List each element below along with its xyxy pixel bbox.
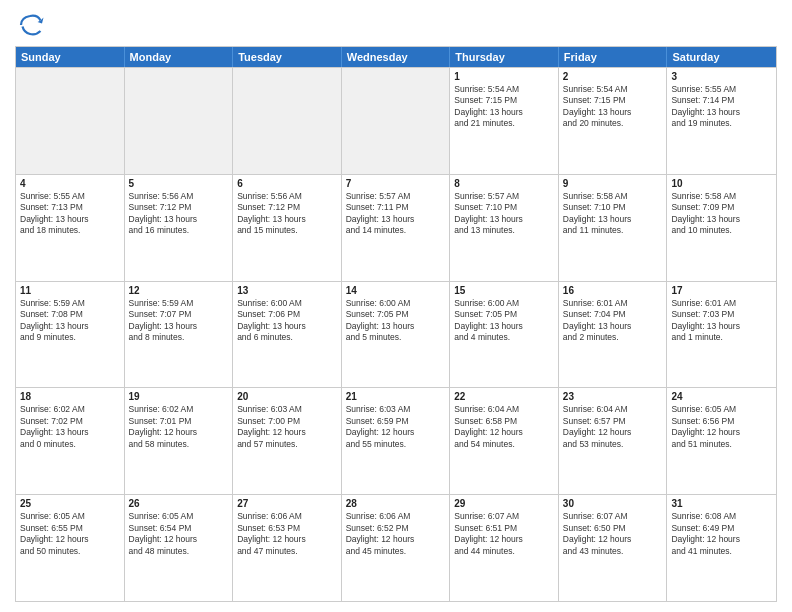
calendar-day-20: 20Sunrise: 6:03 AMSunset: 7:00 PMDayligh… [233, 388, 342, 494]
weekday-header-saturday: Saturday [667, 47, 776, 67]
calendar-day-25: 25Sunrise: 6:05 AMSunset: 6:55 PMDayligh… [16, 495, 125, 601]
calendar-day-empty [125, 68, 234, 174]
day-number: 29 [454, 498, 554, 509]
calendar-day-3: 3Sunrise: 5:55 AMSunset: 7:14 PMDaylight… [667, 68, 776, 174]
day-info: Sunrise: 5:54 AMSunset: 7:15 PMDaylight:… [563, 84, 663, 130]
calendar-day-7: 7Sunrise: 5:57 AMSunset: 7:11 PMDaylight… [342, 175, 451, 281]
day-info: Sunrise: 6:02 AMSunset: 7:02 PMDaylight:… [20, 404, 120, 450]
day-info: Sunrise: 5:59 AMSunset: 7:07 PMDaylight:… [129, 298, 229, 344]
day-info: Sunrise: 6:05 AMSunset: 6:54 PMDaylight:… [129, 511, 229, 557]
day-number: 20 [237, 391, 337, 402]
calendar-day-empty [233, 68, 342, 174]
calendar-header: SundayMondayTuesdayWednesdayThursdayFrid… [16, 47, 776, 67]
calendar-day-28: 28Sunrise: 6:06 AMSunset: 6:52 PMDayligh… [342, 495, 451, 601]
calendar-day-22: 22Sunrise: 6:04 AMSunset: 6:58 PMDayligh… [450, 388, 559, 494]
day-info: Sunrise: 6:07 AMSunset: 6:51 PMDaylight:… [454, 511, 554, 557]
page-container: SundayMondayTuesdayWednesdayThursdayFrid… [0, 0, 792, 612]
calendar-week-4: 18Sunrise: 6:02 AMSunset: 7:02 PMDayligh… [16, 387, 776, 494]
day-info: Sunrise: 5:58 AMSunset: 7:10 PMDaylight:… [563, 191, 663, 237]
calendar-day-29: 29Sunrise: 6:07 AMSunset: 6:51 PMDayligh… [450, 495, 559, 601]
calendar-day-26: 26Sunrise: 6:05 AMSunset: 6:54 PMDayligh… [125, 495, 234, 601]
calendar-body: 1Sunrise: 5:54 AMSunset: 7:15 PMDaylight… [16, 67, 776, 601]
day-number: 2 [563, 71, 663, 82]
day-number: 15 [454, 285, 554, 296]
calendar-day-18: 18Sunrise: 6:02 AMSunset: 7:02 PMDayligh… [16, 388, 125, 494]
calendar-day-13: 13Sunrise: 6:00 AMSunset: 7:06 PMDayligh… [233, 282, 342, 388]
day-info: Sunrise: 5:57 AMSunset: 7:11 PMDaylight:… [346, 191, 446, 237]
day-info: Sunrise: 5:58 AMSunset: 7:09 PMDaylight:… [671, 191, 772, 237]
day-info: Sunrise: 6:04 AMSunset: 6:57 PMDaylight:… [563, 404, 663, 450]
day-number: 26 [129, 498, 229, 509]
calendar-day-15: 15Sunrise: 6:00 AMSunset: 7:05 PMDayligh… [450, 282, 559, 388]
day-info: Sunrise: 6:07 AMSunset: 6:50 PMDaylight:… [563, 511, 663, 557]
day-info: Sunrise: 5:54 AMSunset: 7:15 PMDaylight:… [454, 84, 554, 130]
day-info: Sunrise: 5:56 AMSunset: 7:12 PMDaylight:… [129, 191, 229, 237]
calendar-day-17: 17Sunrise: 6:01 AMSunset: 7:03 PMDayligh… [667, 282, 776, 388]
calendar-week-5: 25Sunrise: 6:05 AMSunset: 6:55 PMDayligh… [16, 494, 776, 601]
day-number: 27 [237, 498, 337, 509]
calendar-day-27: 27Sunrise: 6:06 AMSunset: 6:53 PMDayligh… [233, 495, 342, 601]
calendar-day-1: 1Sunrise: 5:54 AMSunset: 7:15 PMDaylight… [450, 68, 559, 174]
day-info: Sunrise: 5:56 AMSunset: 7:12 PMDaylight:… [237, 191, 337, 237]
day-number: 8 [454, 178, 554, 189]
day-number: 25 [20, 498, 120, 509]
calendar-day-31: 31Sunrise: 6:08 AMSunset: 6:49 PMDayligh… [667, 495, 776, 601]
weekday-header-tuesday: Tuesday [233, 47, 342, 67]
day-number: 6 [237, 178, 337, 189]
logo-icon [15, 10, 45, 40]
day-info: Sunrise: 6:01 AMSunset: 7:04 PMDaylight:… [563, 298, 663, 344]
logo [15, 10, 49, 40]
day-info: Sunrise: 6:00 AMSunset: 7:05 PMDaylight:… [454, 298, 554, 344]
day-number: 28 [346, 498, 446, 509]
day-info: Sunrise: 6:00 AMSunset: 7:06 PMDaylight:… [237, 298, 337, 344]
day-info: Sunrise: 5:55 AMSunset: 7:13 PMDaylight:… [20, 191, 120, 237]
day-number: 4 [20, 178, 120, 189]
calendar-day-2: 2Sunrise: 5:54 AMSunset: 7:15 PMDaylight… [559, 68, 668, 174]
day-number: 16 [563, 285, 663, 296]
day-number: 13 [237, 285, 337, 296]
calendar-day-23: 23Sunrise: 6:04 AMSunset: 6:57 PMDayligh… [559, 388, 668, 494]
day-number: 12 [129, 285, 229, 296]
calendar: SundayMondayTuesdayWednesdayThursdayFrid… [15, 46, 777, 602]
calendar-day-12: 12Sunrise: 5:59 AMSunset: 7:07 PMDayligh… [125, 282, 234, 388]
day-number: 17 [671, 285, 772, 296]
day-info: Sunrise: 6:00 AMSunset: 7:05 PMDaylight:… [346, 298, 446, 344]
calendar-day-10: 10Sunrise: 5:58 AMSunset: 7:09 PMDayligh… [667, 175, 776, 281]
calendar-week-2: 4Sunrise: 5:55 AMSunset: 7:13 PMDaylight… [16, 174, 776, 281]
calendar-week-3: 11Sunrise: 5:59 AMSunset: 7:08 PMDayligh… [16, 281, 776, 388]
weekday-header-sunday: Sunday [16, 47, 125, 67]
day-info: Sunrise: 6:05 AMSunset: 6:55 PMDaylight:… [20, 511, 120, 557]
day-info: Sunrise: 6:03 AMSunset: 7:00 PMDaylight:… [237, 404, 337, 450]
day-info: Sunrise: 6:05 AMSunset: 6:56 PMDaylight:… [671, 404, 772, 450]
day-number: 7 [346, 178, 446, 189]
calendar-day-empty [342, 68, 451, 174]
day-number: 1 [454, 71, 554, 82]
day-number: 22 [454, 391, 554, 402]
calendar-day-empty [16, 68, 125, 174]
calendar-day-11: 11Sunrise: 5:59 AMSunset: 7:08 PMDayligh… [16, 282, 125, 388]
calendar-day-6: 6Sunrise: 5:56 AMSunset: 7:12 PMDaylight… [233, 175, 342, 281]
calendar-day-4: 4Sunrise: 5:55 AMSunset: 7:13 PMDaylight… [16, 175, 125, 281]
calendar-day-14: 14Sunrise: 6:00 AMSunset: 7:05 PMDayligh… [342, 282, 451, 388]
day-info: Sunrise: 6:01 AMSunset: 7:03 PMDaylight:… [671, 298, 772, 344]
calendar-day-8: 8Sunrise: 5:57 AMSunset: 7:10 PMDaylight… [450, 175, 559, 281]
calendar-day-5: 5Sunrise: 5:56 AMSunset: 7:12 PMDaylight… [125, 175, 234, 281]
day-info: Sunrise: 6:06 AMSunset: 6:52 PMDaylight:… [346, 511, 446, 557]
day-number: 14 [346, 285, 446, 296]
weekday-header-monday: Monday [125, 47, 234, 67]
day-number: 23 [563, 391, 663, 402]
day-number: 3 [671, 71, 772, 82]
day-info: Sunrise: 5:57 AMSunset: 7:10 PMDaylight:… [454, 191, 554, 237]
day-number: 11 [20, 285, 120, 296]
day-number: 21 [346, 391, 446, 402]
day-info: Sunrise: 6:06 AMSunset: 6:53 PMDaylight:… [237, 511, 337, 557]
calendar-day-30: 30Sunrise: 6:07 AMSunset: 6:50 PMDayligh… [559, 495, 668, 601]
weekday-header-thursday: Thursday [450, 47, 559, 67]
day-info: Sunrise: 5:55 AMSunset: 7:14 PMDaylight:… [671, 84, 772, 130]
day-number: 31 [671, 498, 772, 509]
day-info: Sunrise: 6:04 AMSunset: 6:58 PMDaylight:… [454, 404, 554, 450]
calendar-day-24: 24Sunrise: 6:05 AMSunset: 6:56 PMDayligh… [667, 388, 776, 494]
day-info: Sunrise: 6:02 AMSunset: 7:01 PMDaylight:… [129, 404, 229, 450]
weekday-header-friday: Friday [559, 47, 668, 67]
day-number: 10 [671, 178, 772, 189]
